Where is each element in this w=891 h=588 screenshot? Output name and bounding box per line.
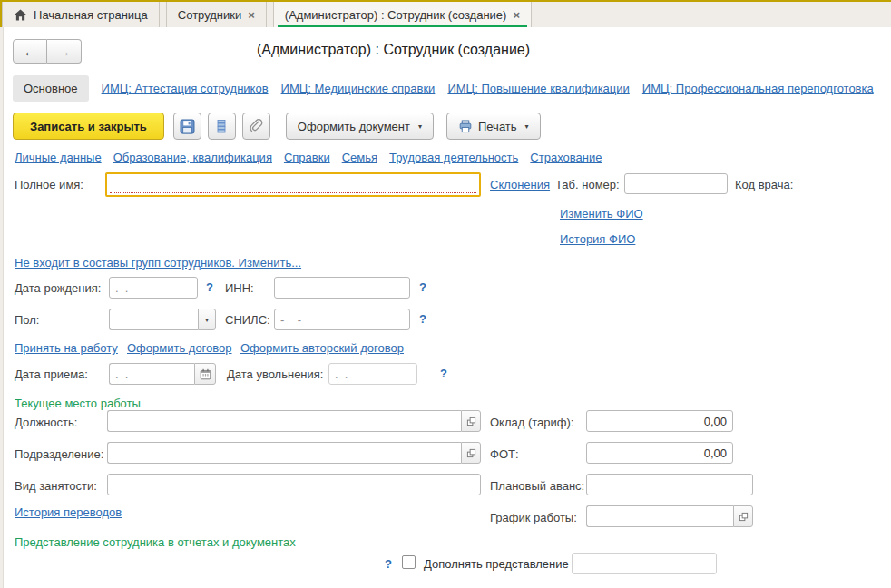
choose-icon <box>739 512 749 522</box>
current-workplace-header: Текущее место работы <box>15 397 141 410</box>
position-field <box>107 410 481 432</box>
snils-input[interactable] <box>274 309 410 330</box>
dismissal-date-input[interactable] <box>328 363 417 385</box>
birth-date-label: Дата рождения: <box>15 281 101 295</box>
back-arrow-icon: ← <box>24 44 37 59</box>
salary-label: Оклад (тариф): <box>490 416 573 429</box>
forward-button[interactable]: → <box>47 39 82 64</box>
section-certificates-link[interactable]: Справки <box>284 151 330 164</box>
printer-icon <box>458 120 473 133</box>
schedule-input[interactable] <box>586 505 733 527</box>
close-icon[interactable]: × <box>513 9 520 21</box>
doctor-code-label: Код врача: <box>735 178 793 191</box>
department-field <box>107 442 481 464</box>
tab-main[interactable]: Основное <box>13 75 89 102</box>
employee-groups-link[interactable]: Не входит в составы групп сотрудников. И… <box>15 256 301 270</box>
attachments-button[interactable] <box>242 113 270 140</box>
tab-attestation-link[interactable]: ИМЦ: Аттестация сотрудников <box>102 82 269 95</box>
form-area: ← → (Администратор) : Сотрудник (создани… <box>0 27 891 588</box>
dismissal-date-label: Дата увольнения: <box>227 368 323 381</box>
tab-medical-certs-link[interactable]: ИМЦ: Медицинские справки <box>281 82 436 95</box>
position-input[interactable] <box>107 410 461 432</box>
section-work-activity-link[interactable]: Трудовая деятельность <box>389 151 518 164</box>
change-name-link[interactable]: Изменить ФИО <box>560 207 643 220</box>
snils-label: СНИЛС: <box>225 313 270 327</box>
declension-link[interactable]: Склонения <box>490 178 550 191</box>
inn-input[interactable] <box>274 277 410 299</box>
save-floppy-icon <box>180 119 195 134</box>
chevron-down-icon: ▾ <box>205 316 209 324</box>
choose-icon <box>466 448 476 458</box>
save-and-close-button[interactable]: Записать и закрыть <box>13 113 164 140</box>
position-label: Должность: <box>15 416 77 429</box>
append-presentation-checkbox[interactable] <box>402 555 416 569</box>
department-choose-button[interactable] <box>461 442 481 464</box>
form-nav-tabs: Основное ИМЦ: Аттестация сотрудников ИМЦ… <box>13 74 874 102</box>
tab-qualification-link[interactable]: ИМЦ: Повышение квалификации <box>447 82 629 95</box>
calendar-button[interactable] <box>194 363 216 385</box>
tab-retraining-link[interactable]: ИМЦ: Профессиональная переподготовка <box>642 82 874 95</box>
tab-home-page[interactable]: Начальная страница <box>2 2 160 27</box>
chevron-down-icon: ▾ <box>525 122 529 131</box>
section-education-link[interactable]: Образование, квалификация <box>113 151 272 164</box>
department-label: Подразделение: <box>15 447 103 461</box>
print-label: Печать <box>478 120 517 133</box>
transfer-history-link[interactable]: История переводов <box>15 505 122 519</box>
append-presentation-input[interactable] <box>572 553 717 574</box>
paperclip-icon <box>249 119 263 133</box>
tab-number-input[interactable] <box>624 173 728 194</box>
back-button[interactable]: ← <box>13 39 47 64</box>
birth-date-help-icon[interactable]: ? <box>206 280 213 294</box>
name-history-link[interactable]: История ФИО <box>560 232 635 246</box>
create-document-button[interactable]: Оформить документ ▾ <box>286 113 434 140</box>
full-name-input[interactable] <box>107 174 479 195</box>
advance-input[interactable] <box>586 474 753 495</box>
full-name-label: Полное имя: <box>15 178 83 191</box>
gender-input[interactable] <box>109 309 198 330</box>
author-contract-link[interactable]: Оформить авторский договор <box>240 341 404 355</box>
full-name-field-wrap <box>105 172 481 197</box>
department-input[interactable] <box>107 442 461 464</box>
section-insurance-link[interactable]: Страхование <box>530 151 602 164</box>
section-links: Личные данные Образование, квалификация … <box>15 151 602 164</box>
save-button[interactable] <box>173 113 201 140</box>
hire-date-field <box>109 363 216 385</box>
choose-icon <box>466 416 476 426</box>
birth-date-input[interactable] <box>109 277 198 299</box>
forward-arrow-icon: → <box>57 44 71 59</box>
schedule-field <box>586 505 753 527</box>
home-icon <box>14 9 27 21</box>
tab-label: Сотрудники <box>178 8 241 22</box>
gender-dropdown-button[interactable]: ▾ <box>198 309 216 330</box>
schedule-choose-button[interactable] <box>733 505 753 527</box>
close-icon[interactable]: × <box>248 9 255 21</box>
tab-employee-create[interactable]: (Администратор) : Сотрудник (создание) × <box>273 2 532 27</box>
tab-employees-list[interactable]: Сотрудники × <box>166 2 267 27</box>
salary-input[interactable] <box>586 410 733 432</box>
page-title: (Администратор) : Сотрудник (создание) <box>257 42 530 58</box>
contract-link[interactable]: Оформить договор <box>127 341 232 355</box>
print-button[interactable]: Печать ▾ <box>446 113 541 140</box>
fot-input[interactable] <box>586 442 733 464</box>
hire-link[interactable]: Принять на работу <box>15 341 118 355</box>
position-choose-button[interactable] <box>461 410 481 432</box>
app-window: Начальная страница Сотрудники × (Админис… <box>0 0 891 588</box>
history-nav: ← → <box>13 39 82 64</box>
window-tab-bar: Начальная страница Сотрудники × (Админис… <box>0 0 891 27</box>
dismissal-date-help-icon[interactable]: ? <box>440 367 447 380</box>
create-document-label: Оформить документ <box>298 120 410 133</box>
section-family-link[interactable]: Семья <box>342 151 377 164</box>
snils-help-icon[interactable]: ? <box>419 312 426 326</box>
tab-label: Начальная страница <box>34 8 148 22</box>
section-personal-data-link[interactable]: Личные данные <box>15 151 102 164</box>
list-icon <box>214 119 229 133</box>
chevron-down-icon: ▾ <box>418 122 422 131</box>
inn-label: ИНН: <box>225 281 254 295</box>
employment-type-input[interactable] <box>107 474 481 495</box>
gender-label: Пол: <box>15 313 40 327</box>
presentation-help-icon[interactable]: ? <box>385 557 392 571</box>
show-in-list-button[interactable] <box>208 113 236 140</box>
hire-date-input[interactable] <box>109 363 194 385</box>
inn-help-icon[interactable]: ? <box>419 280 426 294</box>
schedule-label: График работы: <box>490 511 577 524</box>
